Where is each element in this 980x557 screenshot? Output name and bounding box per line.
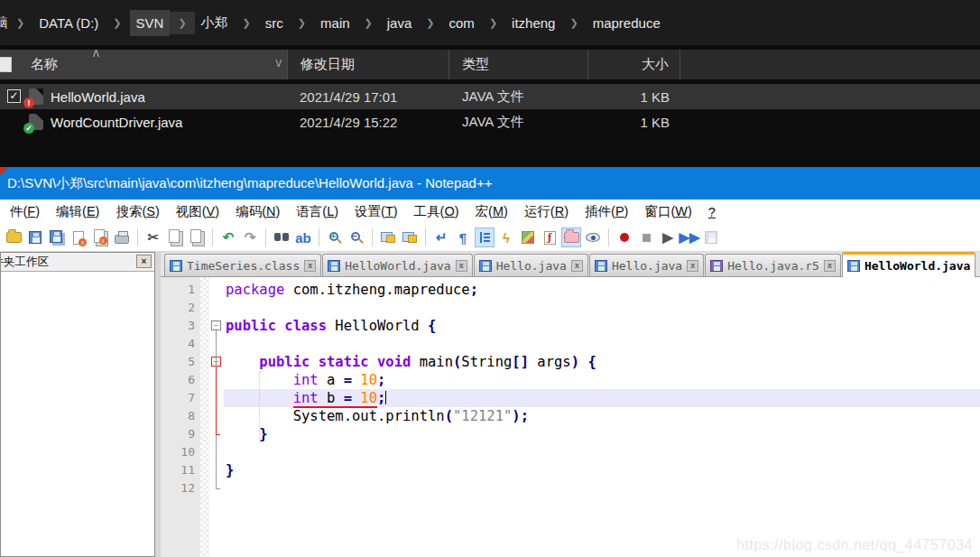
function-list-icon[interactable]: ƒ [540,227,559,247]
zoom-in-icon[interactable]: + [325,227,345,247]
close-file-icon[interactable]: x [69,227,88,247]
tab-close-icon[interactable]: x [304,260,316,272]
macro-play-icon[interactable]: ▶ [658,227,678,247]
breadcrumb-item[interactable]: com [443,10,481,36]
paste-icon[interactable] [187,227,207,247]
macro-run-multiple-icon[interactable]: ▶▶ [680,227,699,247]
menu-item-v[interactable]: 视图(V) [168,200,227,223]
column-header-date[interactable]: 修改日期 [287,50,448,79]
panel-body[interactable] [1,272,154,556]
code-token [226,426,259,442]
toolbar-separator [372,228,373,246]
select-all-checkbox[interactable] [0,57,12,72]
folder-as-workspace-icon[interactable] [561,227,581,247]
menu-item-f[interactable]: 件(F) [2,200,48,223]
menu-item-o[interactable]: 工具(O) [406,200,467,223]
tab-label: Hello.java.r5 [727,259,819,273]
shortcut-mapper-icon[interactable]: ϟ [496,227,516,247]
tab-close-icon[interactable]: x [824,260,836,272]
save-icon[interactable] [25,227,45,247]
breadcrumb-item[interactable]: 小郑 [195,9,235,37]
column-header-name[interactable]: 名称 ᐱ ᐯ [0,50,287,79]
code-line[interactable]: 9 } [161,425,980,443]
undo-icon[interactable]: ↶ [218,227,238,247]
code-line[interactable]: 10 [161,443,980,461]
replace-icon[interactable]: ab [293,227,313,247]
breadcrumb-item[interactable]: mapreduce [587,10,667,36]
menu-item-n[interactable]: 编码(N) [227,200,288,223]
line-number: 1 [161,281,195,299]
sync-horizontal-icon[interactable] [400,227,420,247]
save-all-icon[interactable] [47,227,67,247]
menu-item-m[interactable]: 宏(M) [467,200,516,223]
cut-icon[interactable]: ✂ [143,227,163,247]
notepad-title-bar[interactable]: D:\SVN\小郑\src\main\java\com\itzheng\mapr… [0,167,980,200]
code-line[interactable]: 6 int a = 10; [161,371,980,389]
code-line[interactable]: 12 [161,479,980,497]
macro-save-icon[interactable] [701,227,721,247]
breadcrumb-item[interactable]: itzheng [505,10,561,36]
code-line[interactable]: 3−public class HelloWorld { [161,317,980,335]
document-tab[interactable]: HelloWorld.javax [322,254,472,276]
menu-item-?[interactable]: ? [700,202,724,222]
document-tab[interactable]: Hello.javax [589,254,704,276]
close-all-icon[interactable]: x [90,227,110,247]
breadcrumb-item[interactable]: DATA (D:) [32,10,105,36]
fold-collapse-icon[interactable]: − [211,320,221,330]
sync-vertical-icon[interactable] [378,227,398,247]
column-header-type[interactable]: 类型 [448,50,587,79]
breadcrumb-partial-item[interactable]: 脑 [0,14,8,32]
tab-close-icon[interactable]: x [456,260,467,272]
code-editor[interactable]: 1package com.itzheng.mapreduce;23−public… [161,277,980,557]
menu-item-t[interactable]: 设置(T) [347,200,406,223]
code-line[interactable]: 2 [161,299,980,317]
breadcrumb-item[interactable]: main [314,10,356,36]
menu-item-w[interactable]: 窗口(W) [636,200,699,223]
code-line[interactable]: 8 System.out.println("12121"); [161,407,980,425]
document-tab[interactable]: Hello.java.r5x [705,254,841,276]
print-icon[interactable] [112,227,132,247]
breadcrumb-item[interactable]: SVN [130,10,171,36]
word-wrap-icon[interactable]: ↵ [431,227,451,247]
tab-close-icon[interactable]: x [687,260,698,272]
show-all-characters-icon[interactable]: ¶ [453,227,473,247]
document-tab[interactable]: HelloWorld.java [842,252,975,277]
document-tab[interactable]: TimeSeries.classx [164,254,321,276]
breadcrumb-item[interactable]: src [259,10,290,36]
column-header-size[interactable]: 大小 [587,50,680,79]
file-row[interactable]: ✓!HelloWorld.java2021/4/29 17:01JAVA 文件1… [0,84,980,109]
code-line[interactable]: 11} [161,461,980,479]
file-row[interactable]: ✓WordCountDriver.java2021/4/29 15:22JAVA… [0,109,980,135]
document-map-icon[interactable] [518,227,538,247]
panel-close-button[interactable]: × [136,255,152,268]
macro-stop-icon[interactable] [636,227,656,247]
open-file-icon[interactable] [4,227,23,247]
code-line[interactable]: 4 [161,335,980,353]
menu-item-e[interactable]: 编辑(E) [48,200,107,223]
monitoring-icon[interactable] [583,227,603,247]
code-token: b [319,390,344,408]
breadcrumb-chevron-icon: ❯ [170,12,194,34]
file-checkbox[interactable]: ✓ [7,89,21,103]
macro-record-icon[interactable] [615,227,634,247]
code-token: String [461,354,512,370]
menu-item-r[interactable]: 运行(R) [516,200,577,223]
code-token: main [411,354,453,370]
code-line[interactable]: 1package com.itzheng.mapreduce; [161,281,980,299]
tab-close-icon[interactable]: x [571,260,583,272]
copy-icon[interactable] [165,227,185,247]
menu-item-l[interactable]: 语言(L) [288,200,347,223]
redo-icon[interactable]: ↷ [240,227,260,247]
indent-guide-icon[interactable] [475,227,495,247]
find-icon[interactable] [272,227,291,247]
zoom-out-icon[interactable]: − [347,227,366,247]
breadcrumb-item[interactable]: java [381,10,419,36]
filter-dropdown-icon[interactable]: ᐯ [275,59,282,69]
menu-item-s[interactable]: 搜索(S) [107,200,167,223]
document-tab[interactable]: Hello.javax [474,254,588,276]
editor-pane: TimeSeries.classxHelloWorld.javaxHello.j… [161,252,980,557]
code-line[interactable]: 7 int b = 10; [161,389,980,407]
menu-item-p[interactable]: 插件(P) [577,200,636,223]
code-line[interactable]: 5− public static void main(String[] args… [161,353,980,371]
code-token: { [428,318,436,334]
